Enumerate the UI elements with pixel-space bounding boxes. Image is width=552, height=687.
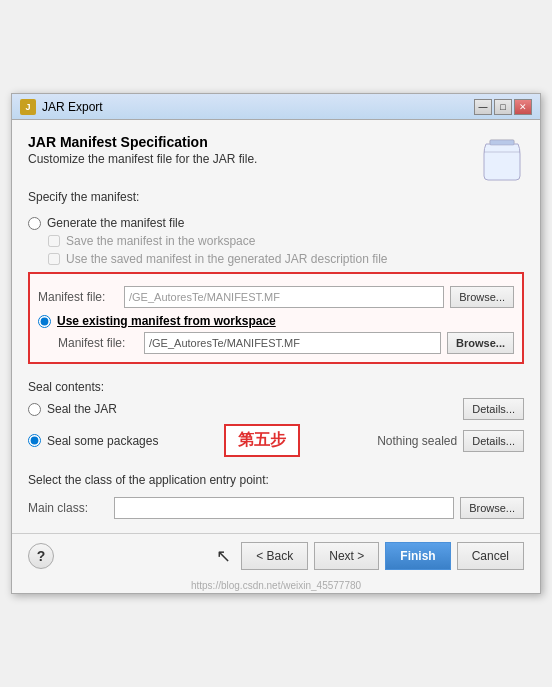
browse-button-2[interactable]: Browse... [447, 332, 514, 354]
seal-packages-details-button[interactable]: Details... [463, 430, 524, 452]
specify-label: Specify the manifest: [28, 190, 524, 204]
nothing-sealed-text: Nothing sealed [377, 434, 457, 448]
section-subtitle: Customize the manifest file for the JAR … [28, 152, 257, 166]
highlighted-manifest-box: Manifest file: Browse... Use existing ma… [28, 272, 524, 364]
generate-radio-label: Generate the manifest file [47, 216, 184, 230]
manifest-file-label-2: Manifest file: [58, 336, 138, 350]
jar-icon-small: J [20, 99, 36, 115]
use-existing-radio[interactable] [38, 315, 51, 328]
manifest-file-input-1[interactable] [124, 286, 444, 308]
maximize-button[interactable]: □ [494, 99, 512, 115]
main-content: JAR Manifest Specification Customize the… [12, 120, 540, 533]
jar-export-dialog: J JAR Export — □ ✕ JAR Manifest Specific… [11, 93, 541, 594]
jar-illustration [480, 134, 524, 178]
seal-packages-left: Seal some packages 第五步 [28, 424, 300, 457]
finish-button[interactable]: Finish [385, 542, 450, 570]
seal-jar-label: Seal the JAR [47, 402, 117, 416]
title-bar-controls: — □ ✕ [474, 99, 532, 115]
button-bar: ? ↖ < Back Next > Finish Cancel [12, 533, 540, 578]
title-bar-left: J JAR Export [20, 99, 103, 115]
seal-jar-left: Seal the JAR [28, 402, 117, 416]
main-class-section-label: Select the class of the application entr… [28, 473, 524, 487]
seal-section: Seal contents: Seal the JAR Details... S… [28, 380, 524, 457]
minimize-button[interactable]: — [474, 99, 492, 115]
header-text: JAR Manifest Specification Customize the… [28, 134, 257, 166]
manifest-file-input-2[interactable] [144, 332, 441, 354]
section-header: JAR Manifest Specification Customize the… [28, 134, 524, 178]
svg-rect-1 [490, 140, 514, 145]
seal-label: Seal contents: [28, 380, 524, 394]
nav-button-group: < Back Next > Finish Cancel [241, 542, 524, 570]
save-checkbox-label: Save the manifest in the workspace [66, 234, 255, 248]
main-class-browse-button[interactable]: Browse... [460, 497, 524, 519]
use-saved-checkbox-row: Use the saved manifest in the generated … [48, 252, 524, 266]
close-button[interactable]: ✕ [514, 99, 532, 115]
seal-packages-radio[interactable] [28, 434, 41, 447]
browse-button-1[interactable]: Browse... [450, 286, 514, 308]
save-checkbox-row: Save the manifest in the workspace [48, 234, 524, 248]
seal-jar-row: Seal the JAR Details... [28, 398, 524, 420]
save-checkbox[interactable] [48, 235, 60, 247]
seal-jar-radio[interactable] [28, 403, 41, 416]
main-class-label: Main class: [28, 501, 108, 515]
main-class-row: Main class: Browse... [28, 497, 524, 519]
seal-packages-label: Seal some packages [47, 434, 158, 448]
dialog-title: JAR Export [42, 100, 103, 114]
generate-radio-row: Generate the manifest file [28, 216, 524, 230]
cancel-button[interactable]: Cancel [457, 542, 524, 570]
next-button[interactable]: Next > [314, 542, 379, 570]
main-class-section: Select the class of the application entr… [28, 473, 524, 519]
main-class-input[interactable] [114, 497, 454, 519]
seal-packages-right: Nothing sealed Details... [377, 430, 524, 452]
cursor-indicator: ↖ [216, 545, 231, 567]
help-button[interactable]: ? [28, 543, 54, 569]
section-title: JAR Manifest Specification [28, 134, 257, 150]
seal-packages-row: Seal some packages 第五步 Nothing sealed De… [28, 424, 524, 457]
watermark: https://blog.csdn.net/weixin_45577780 [12, 578, 540, 593]
use-existing-radio-row: Use existing manifest from workspace [38, 314, 514, 328]
use-saved-checkbox-label: Use the saved manifest in the generated … [66, 252, 388, 266]
seal-jar-details-button[interactable]: Details... [463, 398, 524, 420]
use-saved-checkbox[interactable] [48, 253, 60, 265]
manifest-file-label-1: Manifest file: [38, 290, 118, 304]
step-annotation: 第五步 [224, 424, 300, 457]
title-bar: J JAR Export — □ ✕ [12, 94, 540, 120]
manifest-file-row-2: Manifest file: Browse... [58, 332, 514, 354]
back-button[interactable]: < Back [241, 542, 308, 570]
options-area: Generate the manifest file Save the mani… [28, 216, 524, 364]
manifest-file-row-1: Manifest file: Browse... [38, 286, 514, 308]
use-existing-radio-label: Use existing manifest from workspace [57, 314, 276, 328]
generate-radio[interactable] [28, 217, 41, 230]
